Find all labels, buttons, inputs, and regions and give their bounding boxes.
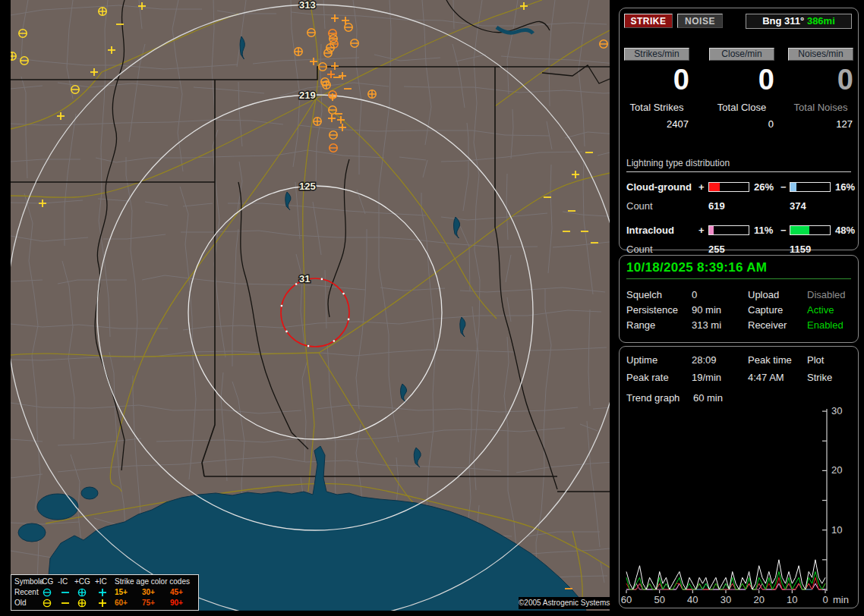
copyright-text: ©2005 Astrogenic Systems	[519, 597, 610, 609]
rate-value: 0	[624, 62, 689, 97]
status-value: 313 mi	[692, 319, 721, 331]
status-label: Receiver	[748, 319, 787, 331]
lightning-map[interactable]: 31125219313 Symbols-CG-IC+CG+ICStrike ag…	[11, 0, 610, 611]
nexstorm-app: 31125219313 Symbols-CG-IC+CG+ICStrike ag…	[0, 0, 864, 616]
trend-graph-label-row: Trend graph 60 min	[626, 392, 723, 404]
status-label: Capture	[748, 304, 783, 316]
bearing-range: 386mi	[807, 15, 835, 27]
info-cell: 19/min	[692, 372, 721, 383]
strike-age-code: 30+	[142, 587, 155, 598]
trend-x-tick-label: 0	[822, 594, 828, 605]
trend-graph-window: 60 min	[693, 392, 723, 404]
noise-button[interactable]: NOISE	[677, 14, 723, 28]
status-row: Persistence90 minCaptureActive	[626, 303, 853, 318]
legend-header-row: Symbols-CG-IC+CG+ICStrike age color code…	[11, 577, 198, 587]
info-cell[interactable]: Strike	[807, 372, 832, 383]
rate-label-button[interactable]: Noises/min	[788, 48, 853, 61]
strike-age-code: 45+	[170, 587, 183, 598]
bar-fill	[709, 226, 714, 234]
trend-x-tick-label: 40	[687, 594, 698, 605]
strike-button[interactable]: STRIKE	[624, 14, 673, 28]
strike-symbol-cp	[99, 8, 106, 15]
ring-dot	[281, 305, 283, 307]
strike-symbol-cp	[295, 48, 302, 55]
status-value: Disabled	[807, 289, 846, 300]
legend-row-label: Old	[14, 598, 27, 608]
legend-ic-pos-icon	[97, 587, 108, 598]
info-cell[interactable]: Plot	[807, 354, 824, 366]
datetime-display: 10/18/2025 8:39:16 AM	[626, 260, 851, 279]
legend-age-title: Strike age color codes	[115, 577, 190, 587]
plus-sign: +	[698, 225, 705, 236]
status-value: 90 min	[692, 304, 721, 316]
legend-ic-neg-icon	[60, 587, 71, 598]
range-ring-label: 313	[299, 0, 316, 11]
status-value: Active	[807, 304, 834, 316]
total-value: 127	[788, 118, 853, 130]
status-grid: Squelch0UploadDisabledPersistence90 minC…	[626, 288, 853, 333]
minus-sign: −	[780, 181, 787, 193]
positive-count: 619	[708, 200, 725, 212]
map-legend: Symbols-CG-IC+CG+ICStrike age color code…	[11, 574, 199, 611]
info-cell: Uptime	[626, 354, 657, 366]
legend-col-header: -CG	[39, 577, 53, 587]
legend-ic-neg-icon	[60, 598, 71, 608]
trend-x-unit-label: min	[833, 594, 849, 605]
range-ring-label: 125	[299, 181, 316, 192]
bar-fill	[790, 226, 809, 234]
trend-axes	[626, 409, 827, 593]
rate-label-button[interactable]: Strikes/min	[624, 48, 689, 61]
lightning-type-distribution: Lightning type distribution Cloud-ground…	[626, 158, 851, 259]
trend-series-intracloud-neg	[626, 572, 825, 590]
ring-dot	[295, 283, 298, 285]
mode-button-row: STRIKE NOISE Bng 311° 386mi	[624, 14, 852, 30]
trend-x-tick-label: 30	[721, 594, 731, 605]
distribution-count-row: Count619374	[626, 199, 851, 215]
total-label: Total Noises	[788, 102, 853, 113]
status-value: Enabled	[807, 319, 844, 331]
trend-x-tick-label: 10	[787, 594, 797, 605]
distribution-title: Lightning type distribution	[626, 158, 851, 172]
info-row: Peak rate19/min4:47 AMStrike	[626, 370, 853, 388]
side-panel: STRIKE NOISE Bng 311° 386mi Strikes/min0…	[619, 0, 859, 616]
positive-bar	[708, 225, 749, 235]
rate-column: Noises/min0Total Noises127	[788, 48, 853, 130]
trend-x-tick-label: 50	[654, 594, 664, 605]
trend-graph: 1020306050403020100min	[621, 403, 856, 605]
rate-column: Strikes/min0Total Strikes2407	[624, 48, 689, 130]
trend-y-tick-label: 10	[831, 524, 842, 536]
positive-percent: 26%	[754, 181, 774, 193]
strike-age-code: 75+	[142, 598, 155, 608]
rate-label-button[interactable]: Close/min	[709, 48, 774, 61]
negative-percent: 16%	[835, 181, 855, 193]
plus-sign: +	[698, 181, 705, 193]
rate-value: 0	[709, 62, 774, 97]
uptime-grid: Uptime28:09Peak timePlotPeak rate19/min4…	[626, 353, 853, 388]
rate-column: Close/min0Total Close0	[709, 48, 774, 130]
total-label: Total Close	[709, 102, 774, 113]
status-row: Squelch0UploadDisabled	[626, 288, 853, 303]
strike-symbol-cp	[368, 90, 376, 98]
count-label: Count	[626, 200, 653, 212]
trend-box: Uptime28:09Peak timePlotPeak rate19/min4…	[619, 346, 859, 608]
trend-series-total-strikes	[626, 560, 825, 589]
positive-count: 255	[708, 244, 725, 255]
strike-symbol-cp	[323, 81, 330, 89]
map-canvas: 31125219313	[11, 0, 610, 611]
total-value: 0	[709, 118, 774, 130]
strike-age-code: 90+	[170, 598, 183, 608]
info-cell: 4:47 AM	[748, 372, 784, 383]
trend-y-tick-label: 20	[831, 464, 842, 476]
info-cell: Peak rate	[626, 372, 669, 383]
trend-x-tick-label: 60	[621, 594, 632, 605]
trend-x-tick-label: 20	[753, 594, 764, 605]
legend-col-header: -IC	[58, 577, 68, 587]
positive-bar	[708, 182, 749, 192]
strike-age-code: 15+	[115, 587, 128, 598]
range-ring-label: 219	[299, 90, 316, 101]
total-value: 2407	[624, 118, 689, 130]
trend-graph-label: Trend graph	[626, 392, 680, 404]
legend-cg-neg-icon	[42, 587, 52, 598]
distribution-row: Intracloud+11%−48%	[626, 222, 851, 240]
status-label: Persistence	[626, 304, 678, 316]
